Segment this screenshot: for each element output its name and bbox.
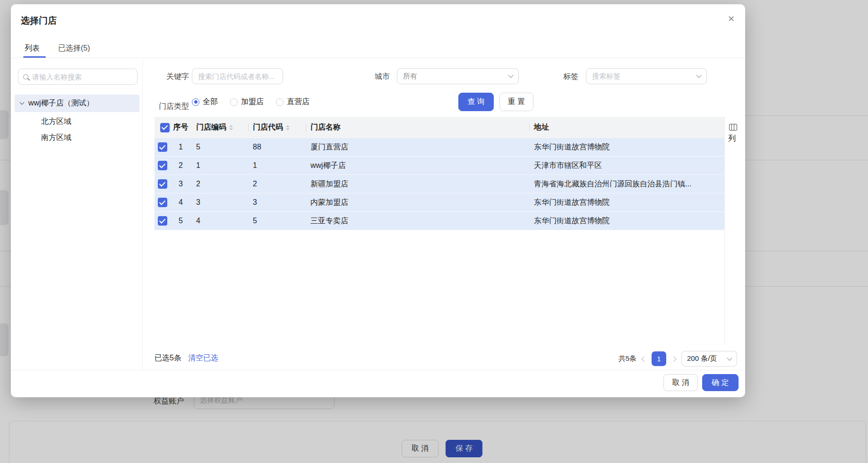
- total-count: 共5条: [619, 354, 636, 363]
- tab-selected[interactable]: 已选择(5): [58, 44, 90, 53]
- chevron-down-icon: [696, 72, 701, 78]
- keyword-field[interactable]: [192, 68, 283, 84]
- footer-divider: [11, 370, 745, 370]
- header-store-id[interactable]: 门店代码: [248, 117, 306, 138]
- tree-node-south[interactable]: 南方区域: [41, 131, 71, 144]
- tree-search-box[interactable]: [18, 69, 138, 85]
- header-label: 门店代码: [253, 122, 283, 132]
- tabbar-divider: [11, 58, 745, 58]
- cell-store-code: 4: [191, 217, 248, 225]
- columns-icon: [729, 124, 737, 131]
- cell-address: 天津市市辖区和平区: [529, 161, 725, 171]
- select-all-cell: [155, 117, 170, 138]
- row-checkbox[interactable]: [158, 161, 167, 170]
- city-select[interactable]: 所有: [397, 68, 519, 84]
- selection-summary: 已选5条 清空已选: [155, 353, 218, 363]
- pagination: 共5条 1 200 条/页: [619, 351, 737, 367]
- radio-franchise[interactable]: 加盟店: [230, 97, 264, 107]
- cell-address: 东华门街道故宫博物院: [529, 198, 725, 208]
- radio-label: 加盟店: [241, 97, 264, 107]
- page-size-select[interactable]: 200 条/页: [681, 351, 737, 367]
- row-checkbox[interactable]: [158, 216, 167, 226]
- tree-node-north[interactable]: 北方区域: [41, 115, 71, 128]
- row-checkbox-cell: [155, 142, 170, 152]
- tag-placeholder: 搜索标签: [592, 72, 620, 81]
- chevron-down-icon[interactable]: [20, 100, 25, 105]
- screen: 权益账户 选择权益账户 取 消 保 存 选择门店 ✕ 列表 已选择(5) wwj…: [0, 0, 868, 463]
- tab-list[interactable]: 列表: [25, 44, 40, 53]
- query-button[interactable]: 查 询: [458, 93, 494, 111]
- cell-store-name: 三亚专卖店: [306, 216, 529, 226]
- cell-store-id: 2: [248, 180, 306, 188]
- header-label: 门店编码: [196, 122, 226, 132]
- city-label: 城市: [343, 72, 390, 81]
- cell-store-code: 2: [191, 180, 248, 188]
- cell-address: 东华门街道故宫博物院: [529, 142, 725, 152]
- column-settings-button[interactable]: 列: [728, 124, 745, 144]
- table-row[interactable]: 3 2 2 新疆加盟店 青海省海北藏族自治州门源回族自治县浩门镇...: [155, 175, 724, 193]
- cell-address: 东华门街道故宫博物院: [529, 216, 725, 226]
- row-checkbox-cell: [155, 216, 170, 226]
- radio-selected-icon: [192, 98, 199, 106]
- cell-store-code: 1: [191, 161, 248, 170]
- modal-title: 选择门店: [21, 15, 57, 27]
- clear-selection-link[interactable]: 清空已选: [188, 353, 218, 363]
- row-checkbox-cell: [155, 198, 170, 207]
- radio-label: 直营店: [287, 97, 309, 107]
- modal-tabs: 列表 已选择(5): [25, 44, 90, 53]
- table-header-row: 序号 门店编码 门店代码 门店名称 地址: [155, 117, 724, 138]
- table-row[interactable]: 5 4 5 三亚专卖店 东华门街道故宫博物院: [155, 212, 724, 230]
- sort-icon[interactable]: [229, 125, 233, 131]
- cell-store-id: 5: [248, 217, 306, 225]
- header-address: 地址: [529, 117, 725, 138]
- store-type-label: 门店类型: [142, 102, 189, 111]
- radio-label: 全部: [203, 97, 218, 107]
- cell-store-name: 厦门直营店: [306, 142, 529, 152]
- prev-page-icon[interactable]: [641, 356, 646, 361]
- city-value: 所有: [403, 72, 417, 81]
- page-number[interactable]: 1: [652, 351, 666, 366]
- next-page-icon[interactable]: [671, 356, 676, 361]
- cancel-button[interactable]: 取 消: [663, 374, 698, 391]
- page-size-value: 200 条/页: [687, 354, 717, 363]
- table-row[interactable]: 4 3 3 内蒙加盟店 东华门街道故宫博物院: [155, 193, 724, 212]
- tree-node-root[interactable]: wwj椰子店（测试）: [15, 95, 139, 112]
- table-row[interactable]: 2 1 1 wwj椰子店 天津市市辖区和平区: [155, 157, 724, 175]
- cell-index: 1: [170, 143, 191, 151]
- cell-store-code: 3: [191, 198, 248, 207]
- radio-direct[interactable]: 直营店: [276, 97, 309, 107]
- cell-store-name: 新疆加盟店: [306, 179, 529, 189]
- sort-icon[interactable]: [286, 125, 290, 131]
- radio-icon: [230, 98, 238, 106]
- cell-store-id: 88: [248, 143, 306, 151]
- modal-footer-buttons: 取 消 确 定: [663, 374, 739, 391]
- header-store-code[interactable]: 门店编码: [191, 117, 248, 138]
- reset-button[interactable]: 重 置: [499, 93, 533, 111]
- row-checkbox[interactable]: [158, 142, 167, 152]
- store-select-modal: 选择门店 ✕ 列表 已选择(5) wwj椰子店（测试） 北方区域 南方区域 关键…: [11, 4, 745, 397]
- cell-store-name: wwj椰子店: [306, 161, 529, 171]
- radio-all[interactable]: 全部: [192, 97, 218, 107]
- tag-select[interactable]: 搜索标签: [586, 68, 707, 84]
- select-all-checkbox[interactable]: [160, 123, 170, 132]
- chevron-down-icon: [508, 72, 513, 78]
- cell-store-id: 1: [248, 161, 306, 170]
- table-row[interactable]: 1 5 88 厦门直营店 东华门街道故宫博物院: [155, 138, 724, 157]
- header-store-name: 门店名称: [306, 117, 529, 138]
- cell-store-id: 3: [248, 198, 306, 207]
- keyword-label: 关键字: [142, 72, 189, 81]
- tree-search-input[interactable]: [32, 73, 132, 81]
- header-index: 序号: [170, 117, 191, 138]
- cell-address: 青海省海北藏族自治州门源回族自治县浩门镇...: [529, 179, 725, 189]
- keyword-input[interactable]: [198, 72, 277, 80]
- radio-icon: [276, 98, 284, 106]
- confirm-button[interactable]: 确 定: [702, 374, 739, 391]
- close-icon[interactable]: ✕: [728, 15, 735, 23]
- row-checkbox[interactable]: [158, 198, 167, 207]
- cell-store-code: 5: [191, 143, 248, 151]
- store-table: 序号 门店编码 门店代码 门店名称 地址 1 5 88 厦门直营店 东华门街道故…: [155, 117, 725, 345]
- row-checkbox-cell: [155, 179, 170, 189]
- chevron-down-icon: [727, 355, 732, 360]
- row-checkbox[interactable]: [158, 179, 167, 189]
- tree-node-label: wwj椰子店（测试）: [28, 98, 94, 108]
